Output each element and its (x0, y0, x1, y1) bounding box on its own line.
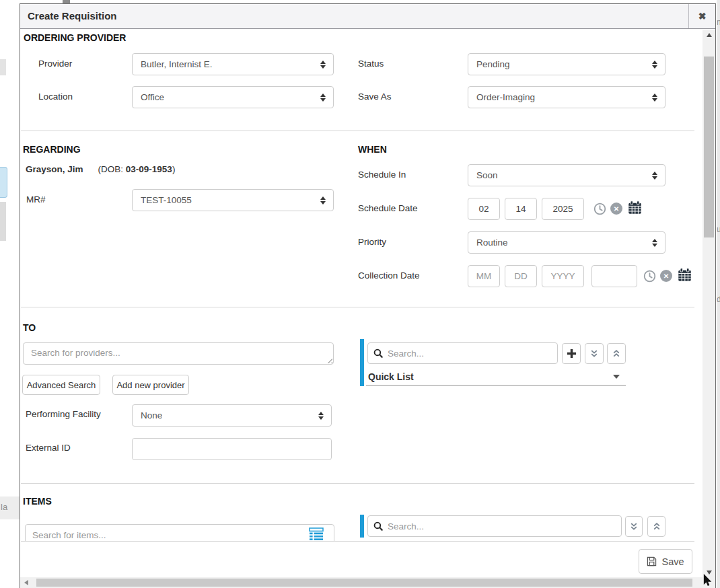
select-caret-icon (652, 61, 657, 69)
ordering-provider-heading: ORDERING PROVIDER (24, 32, 126, 43)
schedule-date-month-input[interactable] (468, 198, 500, 220)
schedule-date-day-input[interactable] (505, 198, 537, 220)
provider-select[interactable]: Butler, Internist E. (132, 53, 334, 75)
select-caret-icon (318, 412, 324, 420)
priority-label: Priority (358, 237, 386, 247)
save-icon (647, 556, 657, 566)
quick-list-label[interactable]: Quick List (368, 371, 414, 382)
section-ordering-provider: ORDERING PROVIDER Provider Butler, Inter… (20, 30, 703, 131)
status-select[interactable]: Pending (468, 53, 665, 75)
collection-date-calendar-icon[interactable] (678, 268, 692, 282)
advanced-search-button[interactable]: Advanced Search (22, 375, 100, 395)
select-caret-icon (320, 94, 326, 102)
to-heading: TO (23, 322, 36, 333)
bg-right-text-2: ur (717, 225, 720, 234)
select-caret-icon (652, 239, 657, 247)
items-panel-accent-bar (360, 515, 364, 538)
provider-label: Provider (38, 59, 72, 69)
items-panel-search (367, 515, 622, 537)
schedule-date-clear-icon[interactable]: ✕ (610, 203, 622, 215)
schedule-date-label: Schedule Date (358, 203, 418, 213)
vertical-scrollbar[interactable] (703, 30, 715, 578)
external-id-input[interactable] (132, 438, 332, 460)
bg-left-block-1 (0, 59, 6, 75)
select-caret-icon (320, 196, 326, 205)
select-caret-icon (320, 61, 326, 69)
scroll-left-button[interactable] (20, 577, 32, 588)
search-icon (373, 348, 384, 359)
close-icon: ✖ (698, 11, 707, 22)
mr-label: MR# (26, 194, 46, 205)
when-heading: WHEN (358, 144, 387, 155)
modal-title: Create Requisition (20, 4, 117, 28)
collapse-all-button[interactable] (607, 343, 626, 364)
save-as-select[interactable]: Order-Imaging (468, 86, 665, 108)
collection-date-month-input[interactable] (468, 265, 500, 287)
to-panel-accent-bar (360, 339, 364, 386)
performing-facility-label: Performing Facility (26, 409, 101, 419)
collection-date-clear-icon[interactable]: ✕ (660, 270, 672, 282)
mouse-cursor (703, 574, 715, 588)
section-regarding-when: REGARDING Grayson, Jim(DOB: 03-09-1953) … (20, 131, 703, 307)
bg-right-text-1: n (717, 17, 720, 27)
items-collapse-all-button[interactable] (647, 516, 665, 537)
vertical-scroll-thumb[interactable] (704, 57, 714, 237)
collection-time-input[interactable] (591, 265, 637, 287)
items-panel-search-input[interactable] (388, 521, 616, 531)
items-heading: ITEMS (23, 496, 52, 507)
external-id-label: External ID (26, 443, 71, 453)
location-label: Location (38, 91, 73, 102)
bg-left-text: la (1, 502, 7, 512)
collection-date-label: Collection Date (358, 270, 420, 281)
priority-select[interactable]: Routine (468, 231, 665, 254)
collection-date-clock-icon[interactable] (643, 270, 656, 283)
bg-right-strip: n ur d (717, 0, 720, 588)
modal-header: Create Requisition ✖ (20, 4, 715, 29)
bg-right-text-3: d (717, 295, 720, 304)
scroll-up-button[interactable] (703, 30, 715, 40)
expand-all-button[interactable] (585, 343, 604, 364)
select-caret-icon (652, 172, 657, 180)
provider-search-textarea[interactable] (23, 342, 334, 365)
bg-left-block-2 (0, 202, 6, 241)
schedule-in-select[interactable]: Soon (468, 164, 665, 186)
collection-date-day-input[interactable] (505, 265, 537, 287)
performing-facility-select[interactable]: None (132, 404, 332, 427)
schedule-in-label: Schedule In (358, 170, 406, 180)
to-panel-search-input[interactable] (388, 348, 552, 359)
item-list-icon[interactable] (309, 527, 324, 541)
create-requisition-modal: Create Requisition ✖ ORDERING PROVIDER P… (20, 3, 716, 588)
modal-body: ORDERING PROVIDER Provider Butler, Inter… (20, 30, 703, 578)
select-caret-icon (652, 94, 657, 102)
add-button[interactable] (562, 343, 581, 364)
location-select[interactable]: Office (132, 86, 334, 108)
collection-date-year-input[interactable] (542, 265, 584, 287)
schedule-date-calendar-icon[interactable] (628, 200, 642, 215)
provider-search-area (23, 342, 334, 365)
to-panel-search (367, 342, 558, 364)
save-button[interactable]: Save (639, 549, 692, 574)
quick-list-caret-icon[interactable] (613, 375, 620, 379)
mr-select[interactable]: TEST-10055 (132, 189, 334, 211)
patient-line: Grayson, Jim(DOB: 03-09-1953) (26, 164, 175, 174)
footer-divider (21, 541, 694, 542)
items-expand-all-button[interactable] (625, 516, 643, 537)
schedule-date-clock-icon[interactable] (593, 203, 606, 215)
patient-dob: 03-09-1953 (126, 164, 172, 174)
status-label: Status (358, 59, 384, 69)
regarding-heading: REGARDING (23, 144, 81, 155)
patient-name: Grayson, Jim (26, 164, 83, 174)
schedule-date-year-input[interactable] (542, 198, 584, 220)
bg-left-block-3: la (0, 497, 20, 519)
close-button[interactable]: ✖ (688, 4, 715, 28)
search-icon (373, 521, 384, 531)
bg-left-blue-button (0, 167, 7, 198)
save-as-label: Save As (358, 91, 392, 102)
section-to: TO Advanced Search Add new provider Perf… (20, 307, 703, 483)
horizontal-scrollbar[interactable] (20, 577, 703, 588)
modal-footer: Save (20, 541, 703, 578)
quick-list-underline (366, 385, 626, 385)
horizontal-scroll-thumb[interactable] (36, 579, 692, 587)
add-new-provider-button[interactable]: Add new provider (112, 375, 189, 395)
